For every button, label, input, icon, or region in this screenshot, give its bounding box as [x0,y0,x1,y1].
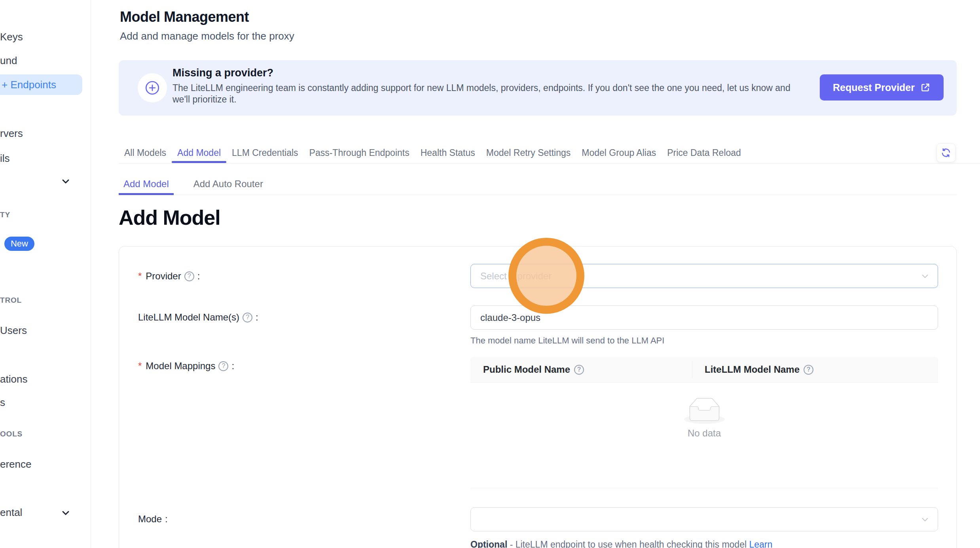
sidebar-item-label: s [0,396,5,408]
request-provider-label: Request Provider [833,82,915,93]
banner-title: Missing a provider? [172,67,273,79]
column-header-public-model-name: Public Model Name ? [470,357,692,382]
model-tabs-bar: All Models Add Model LLM Credentials Pas… [119,142,980,163]
external-link-icon [920,82,931,93]
help-icon[interactable]: ? [574,365,584,375]
sidebar: Keys und + Endpoints rvers ils TY New TR… [0,0,91,548]
required-mark: * [138,360,142,372]
sidebar-item-organizations[interactable]: ations [0,373,27,385]
page-subtitle: Add and manage models for the proxy [120,30,294,42]
chevron-down-icon[interactable] [60,176,71,187]
sidebar-item-label: + Endpoints [2,79,56,91]
refresh-icon [941,148,951,158]
sidebar-section-header: TY [0,210,10,219]
sidebar-section-header: OOLS [0,430,23,438]
label-colon: : [256,312,258,323]
sidebar-item-reference[interactable]: erence [0,458,32,470]
sidebar-item-label: ils [0,152,10,164]
mode-helper: Optional - LiteLLM endpoint to use when … [470,539,772,548]
tab-price-data-reload[interactable]: Price Data Reload [662,142,747,163]
request-provider-button[interactable]: Request Provider [820,74,944,100]
tab-model-group-alias[interactable]: Model Group Alias [576,142,662,163]
required-mark: * [138,271,142,282]
sidebar-item-label: Keys [0,31,23,43]
header-divider [692,361,692,378]
sidebar-item-virtual-keys[interactable]: Keys [0,31,23,43]
provider-label: * Provider ? : [138,269,200,283]
learn-link[interactable]: Learn [749,539,772,548]
help-icon[interactable]: ? [184,271,194,281]
sidebar-item-label: und [0,55,17,66]
plus-circle-icon [138,73,167,102]
model-mappings-table: Public Model Name ? LiteLLM Model Name ? [470,357,938,488]
mode-label-text: Mode [138,514,162,525]
refresh-button[interactable] [936,143,955,162]
help-icon[interactable]: ? [243,313,252,322]
empty-inbox-icon [684,398,725,424]
provider-placeholder: Select a provider [480,271,552,282]
no-data-text: No data [470,428,938,439]
add-model-subtabs: Add Model Add Auto Router [119,173,957,195]
label-colon: : [197,271,200,282]
page-title: Model Management [120,9,249,25]
mode-label: Mode : [138,512,168,526]
tab-model-retry-settings[interactable]: Model Retry Settings [481,142,576,163]
sidebar-item-endpoints-active[interactable]: + Endpoints [0,74,82,95]
add-model-form-card: * Provider ? : Select a provider LiteLLM… [119,246,957,548]
chevron-down-icon[interactable] [60,507,71,518]
tab-all-models[interactable]: All Models [119,142,172,163]
model-mappings-label: * Model Mappings ? : [138,359,234,373]
sidebar-item-rails[interactable]: ils [0,152,10,165]
tab-pass-through-endpoints[interactable]: Pass-Through Endpoints [304,142,415,163]
sidebar-item-users[interactable]: Users [0,324,27,337]
sidebar-item-playground[interactable]: und [0,55,17,67]
model-name-helper: The model name LiteLLM will send to the … [470,336,664,346]
chevron-down-icon [920,271,930,281]
mode-helper-text: - LiteLLM endpoint to use when health ch… [510,539,747,548]
model-name-label-text: LiteLLM Model Name(s) [138,312,239,323]
sidebar-item-teams[interactable]: s [0,396,5,409]
mode-helper-bold: Optional [470,539,507,548]
empty-state: No data [470,383,938,488]
model-name-input[interactable] [470,305,938,330]
subtab-add-auto-router[interactable]: Add Auto Router [189,173,268,195]
sidebar-item-servers[interactable]: rvers [0,127,23,140]
missing-provider-banner: Missing a provider? The LiteLLM engineer… [119,60,957,116]
model-mappings-label-text: Model Mappings [146,360,215,372]
sidebar-item-label: ations [0,373,27,385]
table-header-row: Public Model Name ? LiteLLM Model Name ? [470,357,938,383]
chevron-down-icon [920,515,930,524]
label-colon: : [165,514,168,525]
label-colon: : [231,360,234,372]
subtab-add-model[interactable]: Add Model [119,173,174,195]
section-heading: Add Model [119,206,220,229]
sidebar-item-label: erence [0,458,32,470]
banner-body-line2: we'll prioritize it. [172,94,237,104]
provider-label-text: Provider [146,271,181,282]
column-header-litellm-model-name: LiteLLM Model Name ? [692,357,813,382]
sidebar-item-label: rvers [0,127,23,139]
sidebar-item-experimental[interactable]: ental [0,506,22,519]
provider-select[interactable]: Select a provider [470,264,938,288]
banner-body: The LiteLLM engineering team is constant… [172,82,790,105]
sidebar-section-header: TROL [0,296,22,305]
banner-body-line1: The LiteLLM engineering team is constant… [172,83,790,93]
model-name-label: LiteLLM Model Name(s) ? : [138,311,258,324]
help-icon[interactable]: ? [804,365,813,375]
tab-health-status[interactable]: Health Status [415,142,481,163]
sidebar-item-label: Users [0,324,27,336]
help-icon[interactable]: ? [218,361,228,371]
new-badge: New [4,237,34,251]
tab-llm-credentials[interactable]: LLM Credentials [226,142,303,163]
sidebar-item-label: ental [0,506,22,518]
tab-add-model[interactable]: Add Model [172,142,226,163]
mode-select[interactable] [470,507,938,531]
